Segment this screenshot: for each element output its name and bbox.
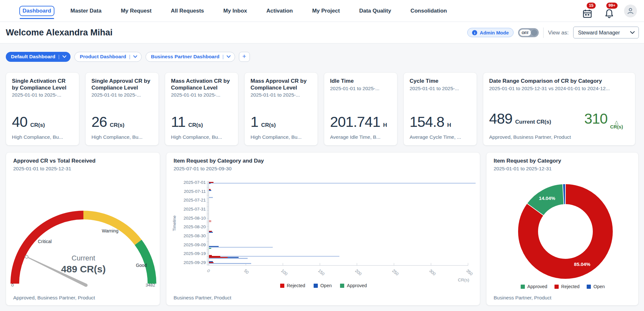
chevron-down-icon <box>133 55 137 58</box>
y-axis-tick-label: 2025-07-01 <box>166 180 206 185</box>
x-axis-tick-label: 0 <box>206 268 211 273</box>
kpi-footer: High Compliance, Bu... <box>12 134 74 140</box>
legend-swatch-icon <box>280 284 284 288</box>
legend-label: Rejected <box>287 283 305 288</box>
kpi-delta-unit-stack: △CR(s) <box>610 120 623 129</box>
bar-open-2025-09-21 <box>209 256 339 257</box>
y-axis-tick-label: 2025-09-29 <box>166 260 206 265</box>
x-axis-line <box>209 265 468 266</box>
toggle-state-label: OFF <box>519 29 531 36</box>
nav-item-activation[interactable]: Activation <box>263 6 296 16</box>
gauge-zone-label-good: Good <box>136 263 147 268</box>
y-axis-tick-label: 2025-07-31 <box>166 207 206 212</box>
kpi-value-row: 201.741H <box>330 115 393 129</box>
admin-mode-toggle[interactable]: OFF <box>518 28 539 37</box>
tab-separator: | <box>129 54 130 60</box>
toggle-knob-icon <box>531 29 538 36</box>
person-icon <box>627 7 634 15</box>
bar-open-2025-08-25 <box>209 232 213 233</box>
primary-nav-items: DashboardMaster DataMy RequestAll Reques… <box>19 6 450 16</box>
kpi-footer: Average Cycle Time, ... <box>410 134 471 140</box>
kpi-card-mass-activation-cr-by-compliance-level[interactable]: Mass Activation CR by Compliance Level20… <box>165 72 238 146</box>
header-controls: i Admin Mode OFF View as: Steward Manage… <box>467 27 639 39</box>
kpi-card-mass-approval-cr-by-compliance-level[interactable]: Mass Approval CR by Compliance Level2025… <box>244 72 318 146</box>
kpi-delta-unit: CR(s) <box>610 124 623 129</box>
kpi-subtitle: 2025-01-01 to 2025-12-31 vs 2024-01-01 t… <box>489 86 629 91</box>
kpi-subtitle: 2025-01-01 to 2025-... <box>330 86 391 91</box>
bar-open-2025-07-02 <box>209 183 211 184</box>
chevron-down-icon <box>630 31 635 34</box>
kpi-subtitle: 2025-01-01 to 2025-... <box>12 92 73 98</box>
legend-item-approved: Approved <box>340 283 367 288</box>
nav-item-all-requests[interactable]: All Requests <box>168 6 207 16</box>
kpi-value-row: 1CR(s) <box>251 115 313 129</box>
kpi-value-row: 26CR(s) <box>91 115 154 129</box>
bar-open-2025-07-01 <box>209 183 476 184</box>
notifications-button[interactable]: 99+ <box>602 3 616 19</box>
bar-chart-y-axis-title: Timeline <box>172 211 177 236</box>
divider <box>543 27 544 38</box>
kpi-value: 489 <box>489 111 512 126</box>
kpi-card-idle-time[interactable]: Idle Time2025-01-01 to 2025-...201.741HA… <box>324 72 397 146</box>
kpi-card-single-approval-cr-by-compliance-level[interactable]: Single Approval CR by Compliance Level20… <box>85 72 159 146</box>
kpi-value-row: 11CR(s) <box>171 115 233 129</box>
tab-label: Default Dashboard <box>11 54 55 60</box>
kpi-unit: CR(s) <box>110 122 124 128</box>
kpi-title: Single Approval CR by Compliance Level <box>91 78 153 91</box>
gauge-zone-label-warning: Warning <box>102 228 118 233</box>
donut-card-footer: Business Partner, Product <box>494 295 551 301</box>
x-axis-tick-label: 200 <box>354 268 363 277</box>
nav-item-my-request[interactable]: My Request <box>118 6 155 16</box>
user-avatar-button[interactable] <box>624 5 637 17</box>
bar-chart-card[interactable]: Item Request by Category and Day 2025-07… <box>166 152 480 306</box>
legend-label: Approved <box>527 284 547 289</box>
calendar-button[interactable]: 15 <box>580 3 594 19</box>
kpi-value: 154.8 <box>410 115 444 129</box>
kpi-subtitle: 2025-01-01 to 2025-... <box>410 86 471 91</box>
gauge-max-label: 3482 <box>146 283 155 287</box>
calendar-icon <box>582 8 592 19</box>
nav-item-master-data[interactable]: Master Data <box>67 6 105 16</box>
bar-chart-title: Item Request by Category and Day <box>174 158 264 164</box>
bar-rejected-2025-08-14 <box>209 221 211 222</box>
notifications-badge: 99+ <box>606 3 618 9</box>
gauge-svg <box>6 153 160 306</box>
tab-product-dashboard[interactable]: Product Dashboard| <box>74 52 142 62</box>
kpi-value-row: 40CR(s) <box>12 115 74 129</box>
x-axis-tick-mark <box>283 263 283 265</box>
bar-open-2025-09-12 <box>209 247 273 248</box>
donut-card[interactable]: Item Request by Category 2025-01-01 to 2… <box>486 152 639 306</box>
nav-item-my-inbox[interactable]: My Inbox <box>220 6 251 16</box>
kpi-value: 201.741 <box>330 115 380 129</box>
kpi-unit: H <box>383 122 387 128</box>
gauge-card[interactable]: Approved CR vs Total Received 2025-01-01… <box>6 152 160 306</box>
kpi-card-date-range-comparison-of-cr-by-category[interactable]: Date Range Comparison of CR by Category2… <box>483 72 635 146</box>
info-icon: i <box>472 30 477 35</box>
kpi-delta: 310△CR(s) <box>584 111 623 129</box>
donut-slice-label-rejected: 85.04% <box>574 261 591 267</box>
nav-item-consolidation[interactable]: Consolidation <box>407 6 450 16</box>
add-dashboard-button[interactable]: + <box>239 52 250 62</box>
kpi-delta-value: 310 <box>584 111 608 126</box>
kpi-value: 1 <box>251 115 258 129</box>
mdg-dashboard-page: DashboardMaster DataMy RequestAll Reques… <box>0 0 644 311</box>
view-as-value: Steward Manager <box>578 30 620 36</box>
x-axis-tick-mark <box>394 263 394 265</box>
tab-default-dashboard[interactable]: Default Dashboard| <box>6 52 71 62</box>
kpi-unit: H <box>447 122 451 128</box>
legend-swatch-icon <box>314 284 318 288</box>
y-axis-tick-label: 2025-09-19 <box>166 251 206 256</box>
top-navigation-bar: DashboardMaster DataMy RequestAll Reques… <box>0 0 644 22</box>
nav-item-my-project[interactable]: My Project <box>309 6 343 16</box>
view-as-select[interactable]: Steward Manager <box>573 27 639 39</box>
nav-item-dashboard[interactable]: Dashboard <box>19 6 54 16</box>
kpi-card-cycle-time[interactable]: Cycle Time2025-01-01 to 2025-...154.8HAv… <box>403 72 477 146</box>
tab-business-partner-dashboard[interactable]: Business Partner Dashboard| <box>146 52 235 62</box>
kpi-value: 26 <box>91 115 107 129</box>
nav-item-data-quality[interactable]: Data Quality <box>356 6 394 16</box>
kpi-title: Mass Approval CR by Compliance Level <box>251 78 312 91</box>
kpi-card-single-activation-cr-by-compliance-level[interactable]: Single Activation CR by Compliance Level… <box>6 72 79 146</box>
kpi-unit: Current CR(s) <box>515 119 551 125</box>
legend-swatch-icon <box>340 284 344 288</box>
kpi-subtitle: 2025-01-01 to 2025-... <box>171 92 232 98</box>
